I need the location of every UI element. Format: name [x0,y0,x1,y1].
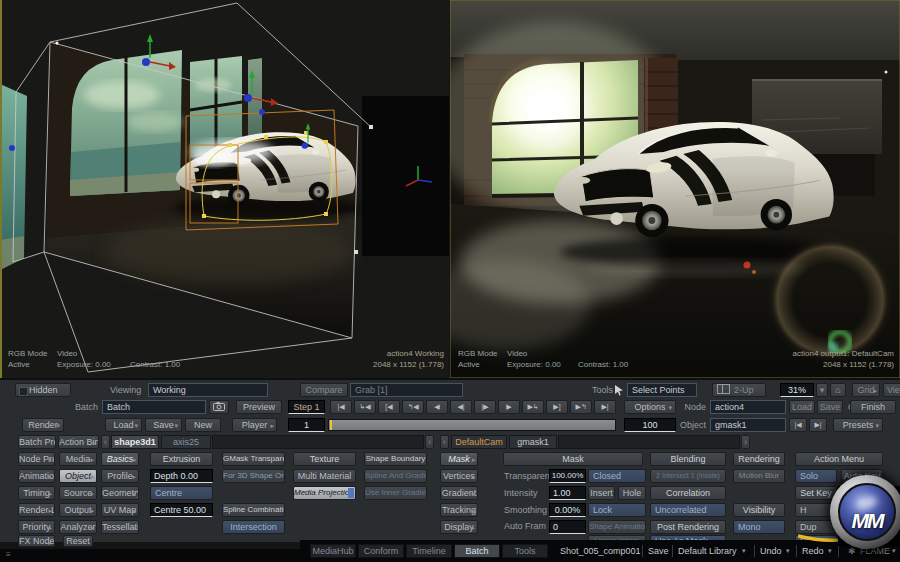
tabs-scroll-right-button[interactable]: › [425,435,434,449]
tab-shape3d1[interactable]: shape3d1 [111,435,159,449]
post-rendering-button[interactable]: Post Rendering [650,520,726,534]
node-save-button[interactable]: Save [817,400,843,414]
centre-value-field[interactable]: Centre 50.00 [150,503,213,517]
uncorrelated-button[interactable]: Uncorrelated [650,503,726,517]
new-button[interactable]: New [185,418,221,432]
two-up-button[interactable]: 2-Up [712,383,766,397]
display-menu-button[interactable]: Display [440,520,478,534]
intersect-mode-button[interactable]: 2 Intersect 1 (Inside) [650,469,726,483]
gmask-transparency-header[interactable]: GMask Transparency [222,452,285,466]
action-bin-button[interactable]: Action Bin [58,435,99,449]
load-button[interactable]: Load [105,418,142,432]
lock-button[interactable]: Lock [588,503,646,517]
menu-media[interactable]: Media [59,452,97,466]
menu-object[interactable]: Object [59,469,97,483]
gradient-menu-button[interactable]: Gradient [440,486,478,500]
use-inner-gradients-button[interactable]: Use Inner Gradients [364,486,427,500]
menu-geometry[interactable]: Geometry [101,486,139,500]
sidebar-node-prefs[interactable]: Node Prefs [18,452,55,466]
grid-menu-button[interactable]: Grid [852,383,880,397]
batch-prefs-button[interactable]: Batch Prefs [18,435,56,449]
menu-source[interactable]: Source [59,486,97,500]
transport-prev-key-button[interactable]: ↳◀ [354,400,376,414]
tab-timeline[interactable]: Timeline [406,544,452,558]
menu-uv-map[interactable]: UV Map [101,503,139,517]
viewport-left-canvas[interactable] [0,0,449,378]
timeline-slider[interactable] [328,419,616,431]
for-3d-shape-only-button[interactable]: For 3D Shape Only [222,469,285,483]
centre-button[interactable]: Centre [150,486,213,500]
tab-gmask1[interactable]: gmask1 [509,435,557,449]
blending-header[interactable]: Blending [650,452,726,466]
transport-play-reverse-button[interactable]: ◀ [426,400,448,414]
sidebar-priority[interactable]: Priority [18,520,55,534]
transport-prev-mark-button[interactable]: ↰◀ [402,400,424,414]
batch-name-field[interactable]: Batch [102,400,206,414]
range-end-field[interactable]: 100 [624,418,676,432]
texture-header[interactable]: Texture [293,452,356,466]
presets-button[interactable]: Presets [833,418,883,432]
node-load-button[interactable]: Load [789,400,815,414]
grip-icon[interactable]: ≡ [6,548,11,562]
player-button[interactable]: Player [232,418,277,432]
rtabs-scroll-right-button[interactable]: › [741,435,750,449]
smoothing-field[interactable]: 0.00% [549,503,586,517]
intensity-field[interactable]: 1.00 [549,486,586,500]
transport-next-key-button[interactable]: ▶↳ [522,400,544,414]
tab-defaultcam[interactable]: DefaultCam [451,435,507,449]
undo-button[interactable]: Undo [760,544,782,558]
visibility-button[interactable]: Visibility [733,503,785,517]
transport-prev-cut-button[interactable]: [◀ [378,400,400,414]
auto-frame-field[interactable]: 0 [549,520,586,534]
transport-play-button[interactable]: ▶ [498,400,520,414]
shape-animation-button[interactable]: Shape Animation [588,520,646,534]
motion-blur-button[interactable]: Motion Blur [733,469,785,483]
tabs-scroll-left-button[interactable]: ‹ [101,435,110,449]
action-menu-button[interactable]: Action Menu [795,452,883,466]
set-key-button[interactable]: Set Key [795,486,837,500]
multi-material-button[interactable]: Multi Material [293,469,356,483]
library-dropdown-icon[interactable]: ▾ [742,544,746,558]
tab-batch[interactable]: Batch [454,544,500,558]
prev-object-button[interactable]: |◀ [789,418,807,432]
mono-button[interactable]: Mono [733,520,785,534]
rtabs-scroll-left-button[interactable]: ‹ [440,435,449,449]
compare-button[interactable]: Compare [300,383,348,397]
sidebar-timing[interactable]: Timing [18,486,55,500]
menu-output[interactable]: Output [59,503,97,517]
tab-tools[interactable]: Tools [502,544,548,558]
transparency-field[interactable]: 100.00% [549,469,586,483]
transport-goto-end-button[interactable]: ▶| [594,400,616,414]
extrusion-header[interactable]: Extrusion [150,452,213,466]
tracking-menu-button[interactable]: Tracking [440,503,478,517]
save-button[interactable]: Save [145,418,182,432]
object-name-field[interactable]: gmask1 [710,418,786,432]
playhead-marker[interactable] [330,420,332,430]
viewing-field[interactable]: Working [148,383,268,397]
viewport-right-canvas[interactable] [450,0,900,378]
render-button[interactable]: Render [22,418,64,432]
grab-field[interactable]: Grab [1] [350,383,463,397]
tab-mediahub[interactable]: MediaHub [310,544,356,558]
shape-boundary-header[interactable]: Shape Boundary [364,452,427,466]
spline-and-gradient-button[interactable]: Spline And Gradient [364,469,427,483]
reset-button[interactable]: Reset [63,535,93,547]
menu-tessellation[interactable]: Tessellation [101,520,139,534]
transport-goto-start-button[interactable]: |◀ [330,400,352,414]
transport-step-back-button[interactable]: ◀| [450,400,472,414]
depth-field[interactable]: Depth 0.00 [150,469,213,483]
snapshot-button[interactable] [209,400,229,414]
media-projection-button[interactable]: Media Projection [293,486,356,500]
zoom-level-field[interactable]: 31% [780,383,814,397]
vertices-menu-button[interactable]: Vertices [440,469,478,483]
insert-button[interactable]: Insert [588,486,615,500]
transport-step-forward-button[interactable]: |▶ [474,400,496,414]
solo-button[interactable]: Solo [795,469,837,483]
transport-next-mark-button[interactable]: ▶↰ [570,400,592,414]
undo-dropdown-icon[interactable]: ▾ [786,544,790,558]
finish-gmask-button[interactable]: Finish [850,400,896,414]
auto-frame-button[interactable]: Auto Frame [500,520,546,534]
step-field[interactable]: Step 1 [288,400,325,414]
menu-basics[interactable]: Basics [101,452,139,466]
tab-conform[interactable]: Conform [358,544,404,558]
